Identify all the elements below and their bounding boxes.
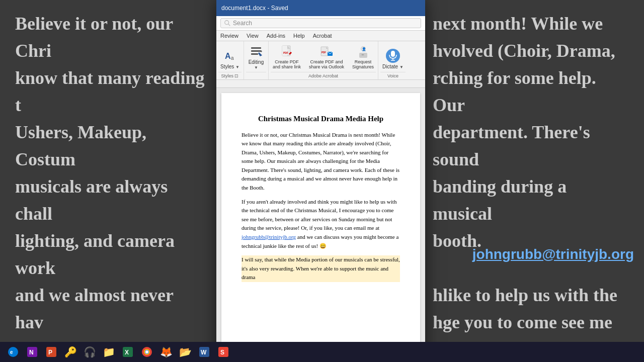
svg-rect-5	[251, 50, 261, 52]
svg-text:👤: 👤	[362, 47, 366, 51]
create-pdf-icon: PDF	[279, 44, 295, 60]
svg-text:e: e	[10, 349, 13, 355]
bg-text-left: Believe it or not, our Chris know that m…	[0, 0, 226, 362]
svg-text:PDF: PDF	[321, 51, 326, 54]
svg-point-31	[145, 350, 148, 353]
adobe-buttons: PDF Create PDFand share link PD	[271, 42, 376, 71]
dictate-label: Dictate ▼	[382, 64, 404, 70]
bg-text-right: next month! While we hvolved (Choir, Dra…	[428, 0, 644, 362]
edge-icon[interactable]: e	[5, 344, 21, 360]
document-area[interactable]: Christmas Musical Drama Media Help Belie…	[216, 88, 425, 362]
styles-label: Styles ▼	[220, 64, 239, 70]
svg-text:S: S	[220, 349, 224, 356]
key-icon[interactable]: 🔑	[62, 344, 78, 360]
adobe-acrobat-group: PDF Create PDFand share link PD	[269, 41, 378, 79]
editing-dropdown: ▼	[254, 65, 258, 70]
slides-icon[interactable]: S	[215, 344, 231, 360]
firefox-icon[interactable]: 🦊	[158, 344, 174, 360]
styles-group: A a Styles ▼ Styles ⊡	[216, 41, 244, 79]
email-link[interactable]: johngrubb@trinityjb.org	[242, 234, 296, 240]
voice-buttons: Dictate ▼	[380, 42, 406, 71]
svg-rect-16	[359, 53, 367, 58]
styles-button[interactable]: A a Styles ▼	[218, 47, 242, 71]
create-pdf-label: Create PDFand share link	[273, 60, 301, 70]
request-signatures-label: RequestSignatures	[352, 60, 374, 70]
paragraph-1: Believe it or not, our Christmas Musical…	[242, 131, 400, 193]
search-placeholder: Search	[233, 20, 418, 27]
svg-text:W: W	[201, 349, 207, 356]
request-signatures-button[interactable]: 👤 RequestSignatures	[350, 43, 376, 71]
editing-group-name	[246, 72, 266, 78]
voice-group-name: Voice	[380, 72, 406, 78]
search-icon	[224, 20, 231, 27]
search-bar: Search	[216, 16, 425, 31]
svg-text:PDF: PDF	[283, 51, 288, 54]
bg-email-link: johngrubb@trinityjb.org	[472, 246, 634, 262]
ribbon-content-row: A a Styles ▼ Styles ⊡	[216, 41, 425, 79]
excel-icon[interactable]: X	[120, 344, 136, 360]
paragraph-3-highlighted: I will say, that while the Media portion…	[242, 255, 400, 282]
create-pdf-button[interactable]: PDF Create PDFand share link	[271, 43, 303, 71]
paragraph-continuation	[242, 287, 400, 327]
adobe-group-name: Adobe Acrobat	[271, 72, 376, 78]
document-title: Christmas Musical Drama Media Help	[242, 113, 400, 125]
taskbar: e N P 🔑 🎧 📁 X 🦊 📂 W	[0, 342, 644, 362]
editing-group: Editing ▼	[244, 41, 269, 79]
search-box[interactable]: Search	[220, 18, 421, 28]
tab-addins[interactable]: Add-ins	[263, 31, 289, 41]
file-explorer-icon[interactable]: 📁	[101, 344, 117, 360]
headphones-icon[interactable]: 🎧	[82, 344, 98, 360]
create-pdf-outlook-button[interactable]: PDF Create PDF andshare via Outlook	[307, 43, 346, 71]
word-icon[interactable]: W	[196, 344, 212, 360]
document-page: Christmas Musical Drama Media Help Belie…	[221, 93, 420, 352]
svg-line-1	[228, 24, 230, 26]
dictate-button[interactable]: Dictate ▼	[380, 47, 406, 71]
styles-buttons: A a Styles ▼	[218, 42, 242, 71]
ribbon: Review View Add-ins Help Acrobat A a	[216, 31, 425, 80]
tab-review[interactable]: Review	[216, 31, 243, 41]
paragraph-2: If you aren't already involved and think…	[242, 198, 400, 251]
editing-label: Editing	[249, 59, 264, 65]
svg-rect-8	[282, 46, 287, 56]
create-pdf-outlook-label: Create PDF andshare via Outlook	[309, 60, 344, 70]
editing-icon	[248, 43, 264, 59]
svg-rect-17	[391, 51, 395, 57]
tab-acrobat[interactable]: Acrobat	[309, 31, 336, 41]
mic-icon	[386, 49, 400, 63]
title-bar: document1.docx - Saved	[216, 0, 425, 16]
svg-text:X: X	[125, 349, 129, 356]
folder2-icon[interactable]: 📂	[177, 344, 193, 360]
chrome-icon[interactable]	[139, 344, 155, 360]
tab-help[interactable]: Help	[289, 31, 309, 41]
svg-text:P: P	[48, 349, 52, 356]
ruler	[216, 80, 425, 88]
svg-text:a: a	[231, 55, 234, 61]
word-window: document1.docx - Saved Search Review Vie…	[216, 0, 425, 362]
dictate-icon	[385, 48, 401, 64]
svg-rect-6	[251, 53, 258, 55]
svg-text:N: N	[29, 349, 34, 356]
title-text: document1.docx - Saved	[221, 5, 288, 12]
editing-button[interactable]: Editing ▼	[246, 42, 266, 71]
styles-group-name: Styles ⊡	[218, 72, 242, 78]
create-pdf-outlook-icon: PDF	[318, 44, 335, 60]
editing-buttons: Editing ▼	[246, 42, 266, 71]
emoji-grinning: 😄	[319, 243, 327, 249]
ribbon-tabs: Review View Add-ins Help Acrobat	[216, 31, 425, 41]
svg-rect-4	[251, 47, 261, 49]
styles-icon: A a	[222, 48, 238, 64]
svg-point-0	[225, 21, 229, 25]
svg-point-20	[8, 347, 18, 357]
powerpoint-icon[interactable]: P	[43, 344, 59, 360]
onenote-icon[interactable]: N	[24, 344, 40, 360]
voice-group: Dictate ▼ Voice	[378, 41, 408, 79]
tab-view[interactable]: View	[243, 31, 263, 41]
request-signatures-icon: 👤	[355, 44, 371, 60]
svg-text:A: A	[225, 52, 231, 60]
